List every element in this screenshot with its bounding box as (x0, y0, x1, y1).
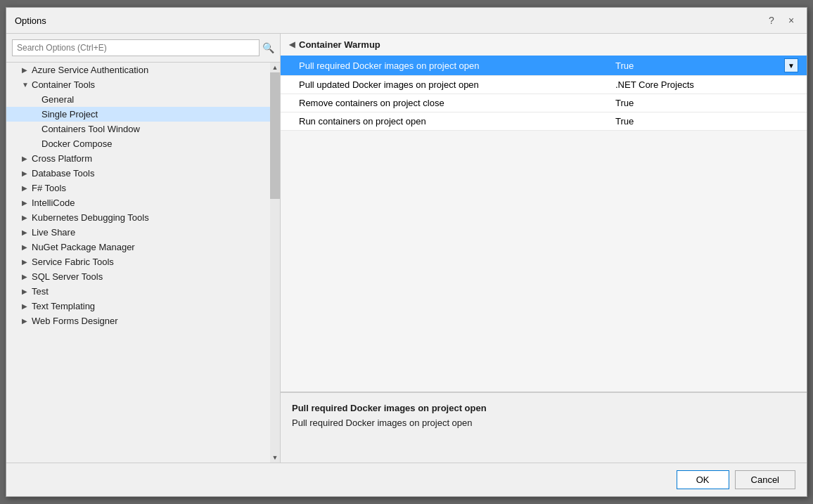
tree-item-intellicode[interactable]: ▶IntelliCode (6, 195, 280, 210)
cancel-button[interactable]: Cancel (735, 470, 795, 489)
section-title: Container Warmup (299, 39, 380, 50)
tree-area: ▶Azure Service Authentication▼Container … (6, 63, 280, 463)
description-area: Pull required Docker images on project o… (281, 392, 807, 463)
right-panel: ◀ Container Warmup Pull required Docker … (281, 34, 807, 463)
prop-row-run-containers[interactable]: Run containers on project openTrue (281, 112, 807, 131)
tree-label-web-forms-designer: Web Forms Designer (32, 316, 274, 326)
search-input[interactable] (12, 39, 260, 56)
scrollbar-thumb[interactable] (270, 72, 280, 199)
prop-value-text-run-containers: True (615, 116, 634, 127)
tree-arrow-container-tools: ▼ (22, 81, 32, 89)
title-bar: Options ? × (6, 8, 807, 34)
tree-arrow-fsharp-tools: ▶ (22, 184, 32, 192)
tree-label-database-tools: Database Tools (32, 168, 274, 179)
tree-item-text-templating[interactable]: ▶Text Templating (6, 299, 280, 314)
tree-arrow-azure-service-auth: ▶ (22, 66, 32, 74)
tree-label-nuget-package-manager: NuGet Package Manager (32, 242, 274, 252)
ok-button[interactable]: OK (677, 470, 729, 489)
prop-row-pull-required[interactable]: Pull required Docker images on project o… (281, 56, 807, 76)
prop-value-pull-updated: .NET Core Projects (615, 79, 798, 90)
scrollbar-track: ▲ ▼ (270, 63, 280, 463)
tree-item-container-tools[interactable]: ▼Container Tools (6, 77, 280, 92)
tree-item-test[interactable]: ▶Test (6, 284, 280, 299)
dialog-body: 🔍 ▶Azure Service Authentication▼Containe… (6, 34, 807, 463)
tree-item-kubernetes-debugging[interactable]: ▶Kubernetes Debugging Tools (6, 210, 280, 225)
tree-label-container-tools: Container Tools (32, 79, 274, 90)
tree-label-single-project: Single Project (41, 109, 274, 119)
dialog-title: Options (15, 15, 46, 26)
prop-value-text-remove-containers: True (615, 98, 634, 108)
tree-label-kubernetes-debugging: Kubernetes Debugging Tools (32, 212, 274, 223)
tree-arrow-web-forms-designer: ▶ (22, 317, 32, 325)
description-title: Pull required Docker images on project o… (292, 403, 795, 413)
section-header: ◀ Container Warmup (281, 34, 807, 56)
tree-item-containers-tool-window[interactable]: Containers Tool Window (6, 122, 280, 136)
tree-arrow-service-fabric-tools: ▶ (22, 258, 32, 266)
tree-item-service-fabric-tools[interactable]: ▶Service Fabric Tools (6, 254, 280, 269)
prop-value-text-pull-updated: .NET Core Projects (615, 79, 694, 90)
tree-label-cross-platform: Cross Platform (32, 153, 274, 164)
tree-label-test: Test (32, 286, 274, 297)
tree-item-database-tools[interactable]: ▶Database Tools (6, 166, 280, 181)
properties-area: ◀ Container Warmup Pull required Docker … (281, 34, 807, 392)
prop-name-pull-updated: Pull updated Docker images on project op… (289, 79, 615, 90)
search-box: 🔍 (6, 34, 280, 63)
search-icon[interactable]: 🔍 (262, 42, 274, 53)
tree-arrow-test: ▶ (22, 287, 32, 295)
tree-label-intellicode: IntelliCode (32, 198, 274, 208)
tree-item-docker-compose[interactable]: Docker Compose (6, 136, 280, 151)
tree-arrow-nuget-package-manager: ▶ (22, 243, 32, 251)
title-bar-controls: ? × (764, 13, 798, 27)
tree-item-web-forms-designer[interactable]: ▶Web Forms Designer (6, 314, 280, 328)
tree-label-containers-tool-window: Containers Tool Window (41, 124, 274, 134)
tree-item-fsharp-tools[interactable]: ▶F# Tools (6, 181, 280, 195)
scroll-down-button[interactable]: ▼ (270, 453, 280, 463)
tree-item-azure-service-auth[interactable]: ▶Azure Service Authentication (6, 63, 280, 77)
tree-arrow-sql-server-tools: ▶ (22, 273, 32, 280)
tree-item-single-project[interactable]: Single Project (6, 107, 280, 122)
tree-label-sql-server-tools: SQL Server Tools (32, 271, 274, 282)
tree-arrow-cross-platform: ▶ (22, 155, 32, 162)
tree-arrow-database-tools: ▶ (22, 169, 32, 177)
dialog-footer: OK Cancel (6, 463, 807, 496)
prop-dropdown-pull-required[interactable]: ▼ (784, 58, 798, 72)
tree-label-fsharp-tools: F# Tools (32, 183, 274, 193)
prop-row-pull-updated[interactable]: Pull updated Docker images on project op… (281, 76, 807, 94)
tree-item-nuget-package-manager[interactable]: ▶NuGet Package Manager (6, 240, 280, 254)
help-button[interactable]: ? (764, 13, 779, 27)
tree-item-sql-server-tools[interactable]: ▶SQL Server Tools (6, 269, 280, 284)
prop-name-pull-required: Pull required Docker images on project o… (289, 60, 615, 71)
tree-item-live-share[interactable]: ▶Live Share (6, 225, 280, 240)
tree-item-cross-platform[interactable]: ▶Cross Platform (6, 151, 280, 166)
prop-value-run-containers: True (615, 116, 798, 127)
close-button[interactable]: × (784, 13, 798, 27)
prop-value-remove-containers: True (615, 98, 798, 108)
prop-value-text-pull-required: True (615, 60, 634, 71)
options-dialog: Options ? × 🔍 ▶Azure Service Authenticat… (6, 7, 807, 497)
prop-name-remove-containers: Remove containers on project close (289, 98, 615, 108)
tree-label-azure-service-auth: Azure Service Authentication (32, 65, 274, 75)
prop-row-remove-containers[interactable]: Remove containers on project closeTrue (281, 94, 807, 112)
tree-arrow-kubernetes-debugging: ▶ (22, 214, 32, 221)
section-collapse-arrow[interactable]: ◀ (289, 40, 295, 49)
tree-arrow-intellicode: ▶ (22, 199, 32, 207)
tree-label-general: General (41, 94, 274, 105)
tree-arrow-live-share: ▶ (22, 228, 32, 236)
tree-label-live-share: Live Share (32, 227, 274, 238)
tree-label-text-templating: Text Templating (32, 301, 274, 311)
prop-name-run-containers: Run containers on project open (289, 116, 615, 127)
prop-value-pull-required: True▼ (615, 58, 798, 72)
tree-item-general[interactable]: General (6, 92, 280, 107)
tree-arrow-text-templating: ▶ (22, 302, 32, 310)
tree-label-docker-compose: Docker Compose (41, 138, 274, 149)
description-text: Pull required Docker images on project o… (292, 418, 795, 428)
tree-label-service-fabric-tools: Service Fabric Tools (32, 257, 274, 267)
left-panel: 🔍 ▶Azure Service Authentication▼Containe… (6, 34, 281, 463)
scroll-up-button[interactable]: ▲ (270, 63, 280, 72)
